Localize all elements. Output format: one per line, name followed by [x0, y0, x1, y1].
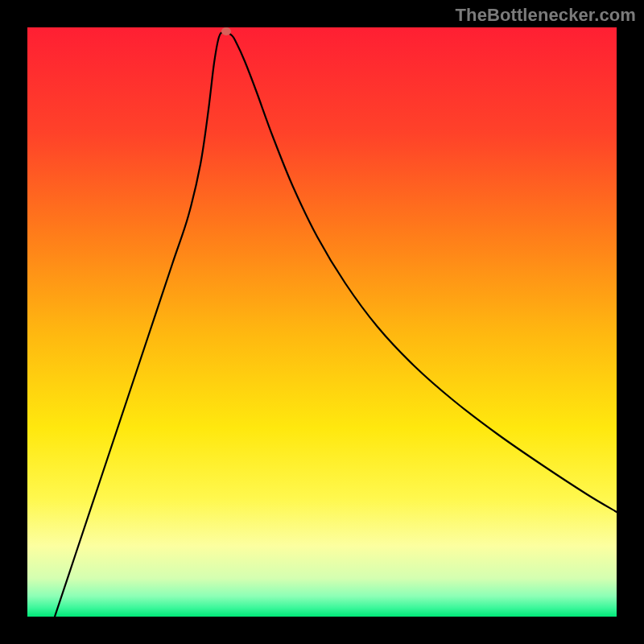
chart-frame: TheBottlenecker.com [0, 0, 644, 644]
optimum-marker [221, 27, 231, 35]
plot-svg [27, 27, 617, 617]
attribution-label: TheBottlenecker.com [456, 5, 636, 26]
plot-area [27, 27, 617, 617]
gradient-background [27, 27, 617, 617]
